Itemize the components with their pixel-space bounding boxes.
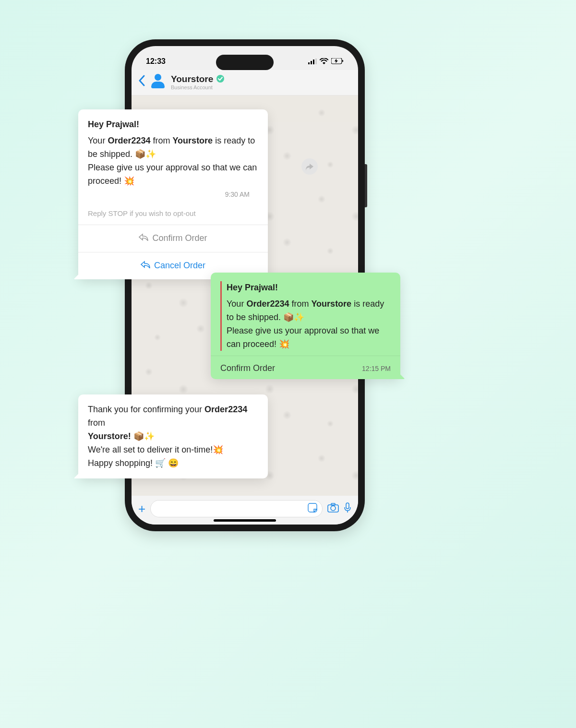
msg3-line1: Thank you for confirming your Order2234 … [88,403,258,430]
message-input[interactable] [150,500,323,517]
svg-rect-0 [308,62,310,64]
msg2-timestamp: 12:15 PM [362,364,391,374]
home-indicator[interactable] [214,519,276,522]
msg2-line1: Your Order2234 from Yourstore is ready t… [227,298,391,324]
outgoing-reply-card: Hey Prajwal! Your Order2234 from Yoursto… [211,273,400,379]
confirm-order-label: Confirm Order [152,232,207,245]
svg-point-6 [216,75,224,83]
svg-point-9 [331,506,336,511]
svg-rect-5 [342,60,343,62]
msg2-greeting: Hey Prajwal! [227,281,391,295]
forward-icon[interactable] [301,158,318,175]
battery-icon [331,58,344,66]
confirm-order-button[interactable]: Confirm Order [78,225,268,252]
svg-rect-3 [315,59,317,64]
svg-rect-10 [331,503,335,505]
contact-info[interactable]: Yourstore Business Account [171,74,225,90]
msg1-line2: Please give us your approval so that we … [88,161,258,188]
camera-icon[interactable] [327,503,339,515]
back-button[interactable] [138,74,145,90]
microphone-icon[interactable] [344,502,351,515]
msg3-line2: Yourstore! 📦✨ [88,430,258,443]
contact-subtitle: Business Account [171,84,225,90]
incoming-confirmation-card: Thank you for confirming your Order2234 … [78,394,268,478]
dynamic-island [216,55,274,70]
selected-reply-row: Confirm Order 12:15 PM [211,356,400,379]
quoted-message: Hey Prajwal! Your Order2234 from Yoursto… [220,281,391,351]
msg3-line3: We're all set to deliver it on-time!💥 [88,443,258,457]
contact-avatar[interactable] [150,74,166,90]
incoming-message-card: Hey Prajwal! Your Order2234 from Yoursto… [78,109,268,279]
svg-rect-11 [346,503,349,509]
signal-icon [308,58,317,66]
msg1-greeting: Hey Prajwal! [88,118,258,131]
svg-rect-2 [313,60,314,64]
sticker-icon[interactable] [308,503,317,515]
status-icons [308,58,344,66]
chat-header: Yourstore Business Account [132,70,358,95]
selected-reply-text: Confirm Order [220,362,275,375]
verified-badge-icon [216,74,225,84]
attach-button[interactable]: + [138,501,145,516]
msg1-line1: Your Order2234 from Yourstore is ready t… [88,134,258,161]
reply-icon [141,259,150,273]
msg2-line2: Please give us your approval so that we … [227,324,391,351]
status-time: 12:33 [146,57,166,66]
phone-side-button [365,164,367,207]
cancel-order-label: Cancel Order [154,259,205,273]
reply-icon [139,232,148,245]
wifi-icon [320,58,328,66]
msg1-timestamp: 9:30 AM [88,190,258,200]
msg3-line4: Happy shopping! 🛒 😄 [88,457,258,470]
msg1-optout: Reply STOP if you wish to opt-out [78,205,268,225]
contact-name-text: Yourstore [171,74,213,84]
svg-rect-1 [311,61,312,64]
